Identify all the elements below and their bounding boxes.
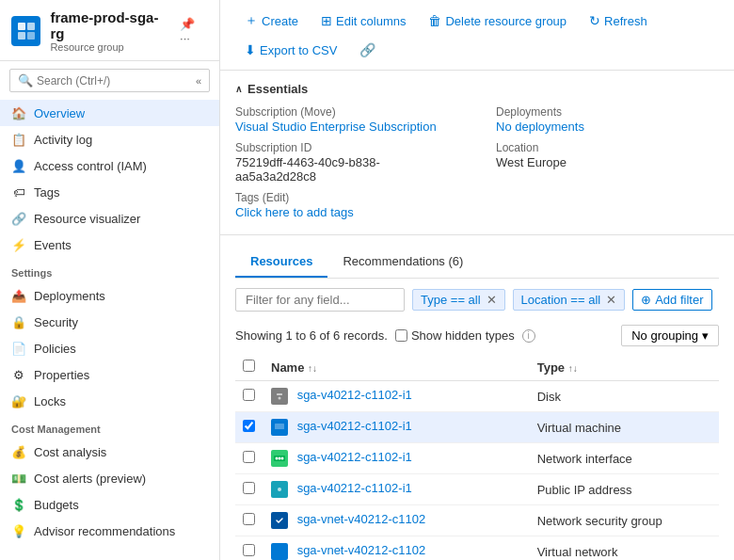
sidebar-item-label: Access control (IAM) [34, 159, 147, 173]
sidebar-item-label: Security [34, 315, 78, 329]
sidebar-item-overview[interactable]: 🏠 Overview [0, 100, 219, 126]
search-input[interactable] [37, 74, 196, 88]
resource-name-link[interactable]: sga-v40212-c1102-i1 [297, 481, 412, 495]
resource-group-title: frame-prod-sga-rg [50, 9, 170, 41]
resource-name-link[interactable]: sga-v40212-c1102-i1 [297, 388, 412, 402]
sidebar-item-cost-analysis[interactable]: 💰 Cost analysis [0, 439, 219, 465]
row-checkbox[interactable] [243, 544, 255, 556]
row-checkbox-cell [235, 381, 263, 412]
resource-name-cell: sga-v40212-c1102-i1 [263, 381, 530, 412]
resource-name-link[interactable]: sga-vnet-v40212-c1102 [297, 543, 426, 557]
essentials-header: ∧ Essentials [235, 82, 719, 96]
sidebar-pin-icon[interactable]: 📌 ··· [180, 17, 208, 45]
deployments-label: Deployments [496, 105, 719, 119]
sidebar-item-label: Locks [34, 394, 66, 408]
deployments-link[interactable]: No deployments [496, 120, 584, 134]
sidebar-item-events[interactable]: ⚡ Events [0, 232, 219, 258]
delete-button[interactable]: 🗑 Delete resource group [419, 8, 576, 33]
svg-text:</>: </> [278, 544, 287, 558]
sidebar-item-label: Events [34, 238, 72, 252]
policies-icon: 📄 [11, 341, 26, 356]
tags-link[interactable]: Click here to add tags [235, 205, 354, 219]
svg-rect-10 [276, 433, 283, 434]
location-value: West Europe [496, 155, 719, 169]
essentials-chevron[interactable]: ∧ [235, 84, 242, 94]
svg-rect-2 [18, 32, 25, 40]
location-label: Location [496, 141, 719, 154]
advisor-icon: 💡 [11, 523, 26, 538]
resource-type-cell: Virtual machine [530, 412, 719, 443]
sidebar-item-cost-alerts[interactable]: 💵 Cost alerts (preview) [0, 465, 219, 491]
sidebar-item-locks[interactable]: 🔐 Locks [0, 388, 219, 414]
name-column-header[interactable]: Name ↑↓ [263, 354, 530, 381]
location-filter-tag[interactable]: Location == all ✕ [513, 289, 626, 311]
sidebar-item-deployments[interactable]: 📤 Deployments [0, 282, 219, 309]
location-filter-label: Location == all [521, 293, 601, 307]
budgets-icon: 💲 [11, 497, 26, 512]
table-row: </> sga-vnet-v40212-c1102 Virtual networ… [235, 536, 719, 561]
select-all-header [235, 354, 263, 381]
events-icon: ⚡ [11, 237, 26, 252]
resource-table: Name ↑↓ Type ↑↓ sga-v40212-c1102-i1 Disk [235, 354, 719, 560]
security-icon: 🔒 [11, 314, 26, 329]
sidebar-item-label: Budgets [34, 498, 79, 512]
filter-row: Type == all ✕ Location == all ✕ ⊕ Add fi… [235, 279, 719, 321]
no-grouping-button[interactable]: No grouping ▾ [621, 325, 719, 346]
row-checkbox[interactable] [243, 482, 255, 494]
sidebar-item-activity-log[interactable]: 📋 Activity log [0, 126, 219, 152]
share-button[interactable]: 🔗 [350, 38, 385, 62]
resource-type-cell: Disk [530, 381, 719, 412]
resource-name-link[interactable]: sga-v40212-c1102-i1 [297, 450, 412, 464]
resource-name-link[interactable]: sga-vnet-v40212-c1102 [297, 512, 426, 526]
sidebar-item-label: Policies [34, 342, 76, 356]
sidebar-item-resource-visualizer[interactable]: 🔗 Resource visualizer [0, 205, 219, 232]
edit-columns-button[interactable]: ⊞ Edit columns [311, 8, 415, 33]
sidebar-item-label: Tags [34, 185, 59, 200]
sidebar-item-label: Activity log [34, 133, 92, 147]
create-icon: ＋ [245, 12, 258, 29]
sidebar-item-policies[interactable]: 📄 Policies [0, 335, 219, 361]
sidebar-nav: 🏠 Overview 📋 Activity log 👤 Access contr… [0, 100, 219, 560]
add-filter-label: Add filter [655, 293, 703, 307]
subscription-link[interactable]: Visual Studio Enterprise Subscription [235, 120, 437, 134]
sidebar-item-tags[interactable]: 🏷 Tags [0, 179, 219, 205]
sidebar-search-container[interactable]: 🔍 « [9, 69, 210, 92]
sidebar-item-properties[interactable]: ⚙ Properties [0, 361, 219, 388]
type-filter-tag[interactable]: Type == all ✕ [412, 289, 505, 311]
row-checkbox[interactable] [243, 420, 255, 432]
refresh-icon: ↻ [589, 13, 600, 28]
delete-icon: 🗑 [428, 13, 441, 28]
type-filter-close[interactable]: ✕ [487, 293, 497, 307]
show-hidden-label[interactable]: Show hidden types [395, 328, 515, 343]
export-icon: ⬇ [245, 42, 256, 57]
essentials-grid: Subscription (Move) Visual Studio Enterp… [235, 105, 719, 219]
tab-resources[interactable]: Resources [235, 247, 327, 278]
sidebar-item-budgets[interactable]: 💲 Budgets [0, 491, 219, 518]
sidebar-item-label: Overview [34, 106, 85, 120]
resource-name-link[interactable]: sga-v40212-c1102-i1 [297, 419, 412, 433]
show-hidden-checkbox[interactable] [395, 329, 407, 342]
refresh-button[interactable]: ↻ Refresh [580, 8, 657, 33]
sidebar-item-access-control[interactable]: 👤 Access control (IAM) [0, 152, 219, 179]
row-checkbox-cell [235, 443, 263, 474]
type-column-header[interactable]: Type ↑↓ [530, 354, 719, 381]
collapse-icon[interactable]: « [196, 75, 201, 87]
create-button[interactable]: ＋ Create [235, 8, 308, 34]
sidebar-item-advisor[interactable]: 💡 Advisor recommendations [0, 518, 219, 544]
sidebar-item-label: Resource visualizer [34, 212, 140, 226]
filter-input[interactable] [235, 288, 405, 312]
info-icon[interactable]: i [522, 329, 535, 343]
resource-name-cell: sga-v40212-c1102-i1 [263, 474, 530, 505]
sidebar-item-security[interactable]: 🔒 Security [0, 309, 219, 335]
export-csv-button[interactable]: ⬇ Export to CSV [235, 38, 346, 62]
location-filter-close[interactable]: ✕ [606, 293, 616, 307]
row-checkbox[interactable] [243, 513, 255, 525]
row-checkbox[interactable] [243, 451, 255, 463]
select-all-checkbox[interactable] [243, 360, 255, 372]
svg-rect-1 [27, 23, 35, 30]
add-filter-button[interactable]: ⊕ Add filter [632, 289, 711, 311]
tags-label: Tags (Edit) [235, 191, 458, 204]
row-checkbox[interactable] [243, 389, 255, 401]
sidebar-item-label: Advisor recommendations [34, 524, 175, 538]
tab-recommendations[interactable]: Recommendations (6) [327, 247, 478, 278]
